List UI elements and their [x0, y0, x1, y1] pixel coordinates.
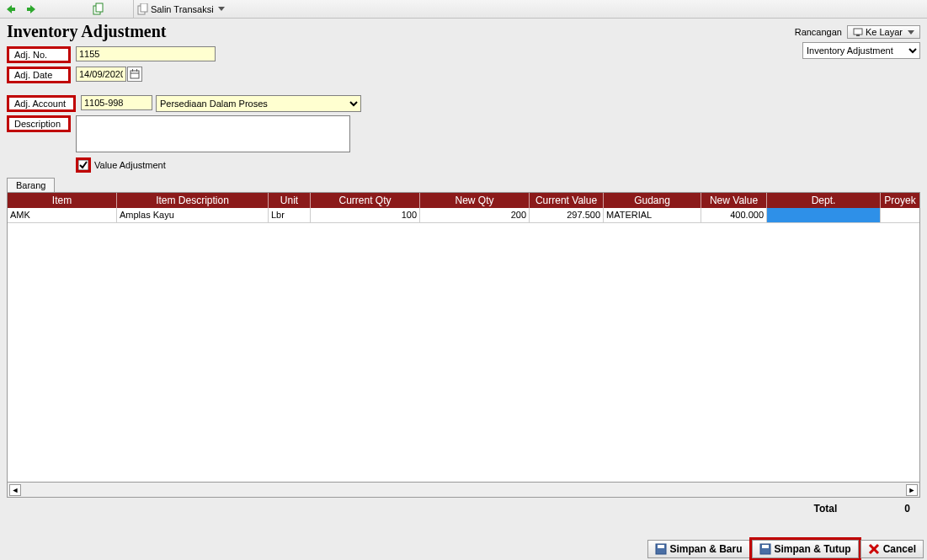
- col-dept[interactable]: Dept.: [767, 193, 881, 208]
- cancel-icon: [868, 543, 880, 555]
- cell-current-qty[interactable]: 100: [311, 208, 420, 223]
- total-value: 0: [904, 503, 910, 515]
- cell-desc[interactable]: Amplas Kayu: [117, 208, 269, 223]
- screen-icon: [853, 27, 863, 37]
- col-current-qty[interactable]: Current Qty: [311, 193, 420, 208]
- col-unit[interactable]: Unit: [269, 193, 311, 208]
- svg-rect-10: [132, 69, 133, 72]
- template-select[interactable]: Inventory Adjustment: [802, 42, 920, 59]
- save-icon: [655, 543, 667, 555]
- description-textarea[interactable]: [76, 115, 350, 152]
- page-title: Inventory Adjustment: [7, 22, 920, 41]
- cell-new-qty[interactable]: 200: [420, 208, 530, 223]
- simpan-baru-button[interactable]: Simpan & Baru: [647, 540, 750, 558]
- adj-date-input[interactable]: [76, 67, 126, 82]
- scroll-left-icon[interactable]: ◄: [9, 484, 21, 496]
- items-grid: Item Item Description Unit Current Qty N…: [7, 192, 920, 483]
- grid-header: Item Item Description Unit Current Qty N…: [8, 193, 919, 208]
- col-gudang[interactable]: Gudang: [604, 193, 701, 208]
- col-new-qty[interactable]: New Qty: [420, 193, 530, 208]
- ke-layar-button[interactable]: Ke Layar: [847, 25, 920, 39]
- value-adjustment-label: Value Adjustment: [94, 160, 166, 170]
- svg-rect-1: [11, 8, 15, 11]
- cell-unit[interactable]: Lbr: [269, 208, 311, 223]
- tab-barang[interactable]: Barang: [7, 178, 55, 192]
- cell-dept[interactable]: [767, 208, 881, 223]
- col-item[interactable]: Item: [8, 193, 117, 208]
- svg-rect-14: [856, 35, 860, 36]
- total-label: Total: [814, 503, 838, 515]
- cell-gudang[interactable]: MATERIAL: [604, 208, 701, 223]
- svg-rect-5: [96, 3, 103, 12]
- svg-rect-8: [131, 71, 139, 78]
- horizontal-scrollbar[interactable]: ◄ ►: [7, 483, 920, 498]
- col-proyek[interactable]: Proyek: [881, 193, 919, 208]
- svg-rect-13: [854, 29, 862, 35]
- salin-label: Salin Transaksi: [151, 4, 214, 14]
- adj-no-label: Adj. No.: [7, 46, 71, 63]
- copy-icon[interactable]: [91, 2, 106, 17]
- top-toolbar: Salin Transaksi: [0, 0, 927, 19]
- svg-rect-16: [658, 545, 664, 548]
- chevron-down-icon: [908, 30, 914, 35]
- value-adjustment-checkbox[interactable]: [76, 157, 91, 173]
- salin-transaksi-button[interactable]: Salin Transaksi: [133, 0, 228, 18]
- svg-rect-3: [27, 8, 31, 11]
- svg-rect-11: [136, 69, 137, 72]
- table-row[interactable]: AMK Amplas Kayu Lbr 100 200 297.500 MATE…: [8, 208, 919, 223]
- adj-account-input[interactable]: [81, 95, 152, 110]
- col-description[interactable]: Item Description: [117, 193, 269, 208]
- svg-rect-18: [762, 545, 769, 548]
- save-icon: [759, 543, 771, 555]
- col-current-value[interactable]: Current Value: [530, 193, 604, 208]
- cell-new-value[interactable]: 400.000: [701, 208, 767, 223]
- adj-date-label: Adj. Date: [7, 67, 71, 83]
- rancangan-label: Rancangan: [795, 27, 842, 37]
- calendar-icon[interactable]: [127, 67, 142, 82]
- svg-rect-7: [141, 3, 147, 12]
- cell-proyek[interactable]: [881, 208, 919, 223]
- simpan-tutup-button[interactable]: Simpan & Tutup: [752, 540, 859, 558]
- col-new-value[interactable]: New Value: [701, 193, 767, 208]
- cell-item[interactable]: AMK: [8, 208, 117, 223]
- cancel-button[interactable]: Cancel: [860, 540, 924, 558]
- forward-arrow-icon[interactable]: [24, 2, 39, 17]
- adj-no-input[interactable]: [76, 46, 216, 61]
- back-arrow-icon[interactable]: [3, 2, 19, 17]
- scroll-right-icon[interactable]: ►: [906, 484, 918, 496]
- adj-account-label: Adj. Account: [7, 95, 76, 112]
- adj-account-name-select[interactable]: Persediaan Dalam Proses: [156, 95, 361, 112]
- cell-current-value[interactable]: 297.500: [530, 208, 604, 223]
- chevron-down-icon: [218, 7, 225, 11]
- description-label: Description: [7, 115, 71, 132]
